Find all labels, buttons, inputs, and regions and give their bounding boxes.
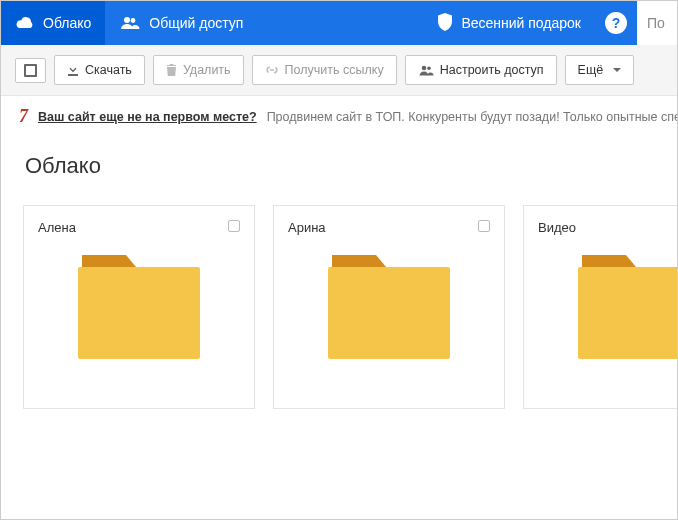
download-label: Скачать <box>85 63 132 77</box>
people-small-icon <box>418 65 434 76</box>
folder-name: Алена <box>38 220 240 235</box>
ad-link[interactable]: Ваш сайт еще не на первом месте? <box>38 110 257 124</box>
page-title: Облако <box>25 153 655 179</box>
ad-logo-icon: 7 <box>19 106 28 127</box>
folder-card[interactable]: Арина <box>273 205 505 409</box>
help-icon: ? <box>612 15 621 31</box>
gift-label: Весенний подарок <box>461 15 581 31</box>
toolbar: Скачать Удалить Получить ссылку Настроит… <box>1 45 677 96</box>
share-access-button[interactable]: Настроить доступ <box>405 55 557 85</box>
delete-label: Удалить <box>183 63 231 77</box>
svg-rect-4 <box>78 267 200 359</box>
get-link-label: Получить ссылку <box>285 63 384 77</box>
svg-point-1 <box>131 18 136 23</box>
ad-text: Продвинем сайт в ТОП. Конкуренты будут п… <box>267 110 677 124</box>
search-input[interactable]: По <box>637 1 677 45</box>
folder-icon <box>574 253 678 366</box>
folder-icon <box>324 253 454 366</box>
folder-card[interactable]: Видео <box>523 205 678 409</box>
tab-shared-label: Общий доступ <box>149 15 243 31</box>
select-all-checkbox[interactable] <box>15 58 46 83</box>
tab-cloud-label: Облако <box>43 15 91 31</box>
folder-card[interactable]: Алена <box>23 205 255 409</box>
checkbox-icon <box>24 64 37 77</box>
svg-point-3 <box>427 66 431 70</box>
folder-checkbox[interactable] <box>478 220 490 232</box>
search-stub: По <box>647 15 665 31</box>
shield-icon <box>437 13 453 34</box>
share-access-label: Настроить доступ <box>440 63 544 77</box>
download-button[interactable]: Скачать <box>54 55 145 85</box>
people-icon <box>119 16 141 30</box>
svg-point-0 <box>124 17 130 23</box>
download-icon <box>67 64 79 76</box>
main-area: Облако Алена Арина Видео <box>1 137 677 429</box>
folder-name: Арина <box>288 220 490 235</box>
folder-name: Видео <box>538 220 678 235</box>
more-label: Ещё <box>578 63 604 77</box>
folder-checkbox[interactable] <box>228 220 240 232</box>
trash-icon <box>166 64 177 76</box>
chevron-down-icon <box>613 68 621 72</box>
tab-cloud[interactable]: Облако <box>1 1 105 45</box>
link-icon <box>265 64 279 76</box>
help-button[interactable]: ? <box>605 12 627 34</box>
svg-rect-6 <box>578 267 678 359</box>
gift-button[interactable]: Весенний подарок <box>423 13 595 34</box>
svg-point-2 <box>421 65 426 70</box>
ad-banner: 7 Ваш сайт еще не на первом месте? Продв… <box>1 96 677 137</box>
tab-shared[interactable]: Общий доступ <box>105 1 257 45</box>
cloud-icon <box>15 16 35 30</box>
delete-button[interactable]: Удалить <box>153 55 244 85</box>
svg-rect-5 <box>328 267 450 359</box>
folder-grid: Алена Арина Видео <box>23 205 655 409</box>
get-link-button[interactable]: Получить ссылку <box>252 55 397 85</box>
more-button[interactable]: Ещё <box>565 55 635 85</box>
top-nav: Облако Общий доступ Весенний подарок ? П… <box>1 1 677 45</box>
folder-icon <box>74 253 204 366</box>
